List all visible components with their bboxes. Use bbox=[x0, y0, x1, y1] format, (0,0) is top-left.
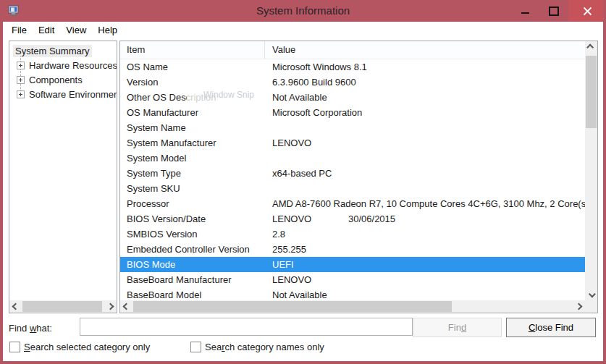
table-row[interactable]: System Name bbox=[120, 120, 585, 135]
minimize-icon bbox=[521, 12, 529, 14]
system-information-window: System Information FileEditViewHelp Syst… bbox=[0, 0, 606, 364]
expand-plus-icon[interactable] bbox=[17, 90, 25, 98]
table-row[interactable]: ProcessorAMD A8-7600 Radeon R7, 10 Compu… bbox=[120, 196, 585, 211]
tree-item-root[interactable]: System Summary bbox=[9, 44, 117, 59]
row-value-cell bbox=[265, 181, 585, 196]
category-tree-panel: System SummaryHardware ResourcesComponen… bbox=[9, 41, 117, 313]
table-row[interactable]: System SKU bbox=[120, 181, 585, 196]
row-item-cell: OS Manufacturer bbox=[120, 105, 265, 120]
row-item-cell: System Type bbox=[120, 166, 265, 181]
row-item-cell: Other OS Description bbox=[120, 90, 265, 105]
table-row[interactable]: BIOS ModeUEFI bbox=[120, 257, 585, 272]
table-row[interactable]: OS ManufacturerMicrosoft Corporation bbox=[120, 105, 585, 120]
minimize-button[interactable] bbox=[510, 0, 539, 22]
expand-plus-icon[interactable] bbox=[17, 76, 25, 84]
row-value-cell: LENOVO bbox=[265, 272, 585, 287]
row-item-cell: BIOS Mode bbox=[120, 257, 265, 272]
row-item-cell: System Model bbox=[120, 151, 265, 166]
row-value-cell: LENOVO bbox=[265, 135, 585, 151]
row-item-cell: Version bbox=[120, 75, 265, 90]
checkbox-icon[interactable] bbox=[190, 342, 201, 352]
row-item-cell: Processor bbox=[120, 196, 265, 211]
row-value-cell bbox=[265, 151, 585, 166]
scroll-up-arrow-icon[interactable] bbox=[585, 41, 597, 54]
table-row[interactable]: BaseBoard ModelNot Available bbox=[120, 287, 585, 300]
row-value-cell: Not Available bbox=[265, 287, 585, 300]
row-value-cell: Not Available bbox=[265, 90, 585, 105]
scroll-down-arrow-icon[interactable] bbox=[585, 288, 597, 300]
table-row[interactable]: BIOS Version/DateLENOVO30/06/2015 bbox=[120, 211, 585, 227]
column-header-value[interactable]: Value bbox=[264, 41, 585, 59]
maximize-icon bbox=[549, 7, 559, 16]
scroll-right-arrow-icon[interactable] bbox=[104, 300, 117, 313]
menu-bar: FileEditViewHelp bbox=[3, 22, 603, 38]
column-header-item[interactable]: Item bbox=[120, 41, 264, 59]
row-value-cell: AMD A8-7600 Radeon R7, 10 Compute Cores … bbox=[265, 196, 585, 211]
vertical-scrollbar[interactable] bbox=[585, 41, 597, 300]
scrollbar-corner bbox=[585, 300, 597, 313]
expand-plus-icon[interactable] bbox=[17, 62, 25, 69]
table-row[interactable]: System Typex64-based PC bbox=[120, 166, 585, 181]
list-header: Item Value bbox=[120, 41, 585, 59]
tree-children: Hardware ResourcesComponentsSoftware Env… bbox=[9, 59, 117, 102]
search-selected-category-checkbox[interactable]: Search selected category only bbox=[9, 342, 150, 352]
checkbox-label: Search selected category only bbox=[24, 342, 150, 352]
checkbox-label: Search category names only bbox=[205, 342, 324, 352]
window-controls bbox=[510, 0, 606, 22]
value-part-1: LENOVO bbox=[272, 211, 348, 227]
row-value-cell: UEFI bbox=[265, 257, 585, 272]
title-bar: System Information bbox=[0, 0, 606, 22]
category-tree: System SummaryHardware ResourcesComponen… bbox=[9, 44, 117, 300]
row-value-cell: LENOVO30/06/2015 bbox=[265, 211, 585, 227]
table-row[interactable]: Other OS DescriptionNot Available bbox=[120, 90, 585, 105]
close-icon bbox=[583, 7, 592, 16]
search-category-names-checkbox[interactable]: Search category names only bbox=[190, 342, 324, 352]
table-row[interactable]: SMBIOS Version2.8 bbox=[120, 227, 585, 242]
table-row[interactable]: BaseBoard ManufacturerLENOVO bbox=[120, 272, 585, 287]
find-button[interactable]: Find bbox=[413, 318, 502, 337]
table-row[interactable]: Version6.3.9600 Build 9600 bbox=[120, 75, 585, 90]
list-horizontal-scrollbar[interactable] bbox=[120, 300, 585, 313]
menu-item-edit[interactable]: Edit bbox=[33, 23, 60, 37]
row-item-cell: BIOS Version/Date bbox=[120, 211, 265, 227]
maximize-button[interactable] bbox=[539, 0, 568, 22]
close-button[interactable] bbox=[568, 0, 606, 22]
scroll-left-arrow-icon[interactable] bbox=[120, 300, 132, 313]
menu-item-file[interactable]: File bbox=[6, 23, 33, 37]
row-value-cell: 2.8 bbox=[265, 227, 585, 242]
tree-item-components[interactable]: Components bbox=[9, 73, 117, 88]
menu-item-help[interactable]: Help bbox=[92, 23, 123, 37]
row-item-cell: BaseBoard Manufacturer bbox=[120, 272, 265, 287]
row-value-cell: 6.3.9600 Build 9600 bbox=[265, 75, 585, 90]
scrollbar-thumb[interactable] bbox=[22, 301, 102, 312]
table-row[interactable]: System ManufacturerLENOVO bbox=[120, 135, 585, 151]
scrollbar-thumb[interactable] bbox=[586, 56, 597, 128]
find-input[interactable] bbox=[80, 318, 413, 336]
list-rows: OS NameMicrosoft Windows 8.1Version6.3.9… bbox=[120, 59, 585, 300]
row-item-cell: Embedded Controller Version bbox=[120, 242, 265, 257]
table-row[interactable]: System Model bbox=[120, 151, 585, 166]
tree-horizontal-scrollbar[interactable] bbox=[9, 300, 117, 313]
row-item-cell: BaseBoard Model bbox=[120, 287, 265, 300]
scroll-right-arrow-icon[interactable] bbox=[573, 300, 585, 313]
row-item-cell: System Name bbox=[120, 120, 265, 135]
table-row[interactable]: OS NameMicrosoft Windows 8.1 bbox=[120, 59, 585, 75]
scrollbar-thumb[interactable] bbox=[133, 301, 452, 312]
tree-item-software-environment[interactable]: Software Environment bbox=[9, 88, 117, 102]
tree-item-label: Software Environment bbox=[29, 89, 117, 100]
find-what-label: Find what: bbox=[9, 323, 52, 334]
checkbox-icon[interactable] bbox=[9, 342, 20, 352]
tree-item-hardware-resources[interactable]: Hardware Resources bbox=[9, 59, 117, 73]
row-value-cell: Microsoft Corporation bbox=[265, 105, 585, 120]
close-find-button[interactable]: Close Find bbox=[506, 318, 596, 337]
tree-item-label: Components bbox=[29, 75, 83, 85]
row-item-cell: OS Name bbox=[120, 59, 265, 75]
row-value-cell: Microsoft Windows 8.1 bbox=[265, 59, 585, 75]
scroll-left-arrow-icon[interactable] bbox=[9, 300, 22, 313]
row-value-cell: 255.255 bbox=[265, 242, 585, 257]
find-bar: Find what: Find Close Find Search select… bbox=[3, 313, 603, 361]
find-options-row: Search selected category only Search cat… bbox=[3, 342, 603, 357]
row-value-cell bbox=[265, 120, 585, 135]
table-row[interactable]: Embedded Controller Version255.255 bbox=[120, 242, 585, 257]
menu-item-view[interactable]: View bbox=[60, 23, 92, 37]
